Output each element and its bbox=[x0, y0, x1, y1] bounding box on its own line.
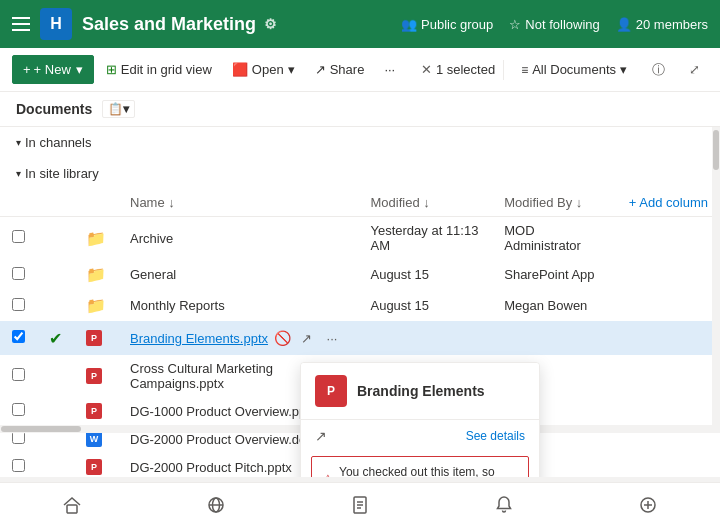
new-button[interactable]: + + New ▾ bbox=[12, 55, 94, 84]
info-button[interactable]: ⓘ bbox=[644, 56, 672, 84]
settings-icon[interactable]: ⚙ bbox=[264, 16, 277, 32]
command-bar-right: ✕ 1 selected ≡ All Documents ▾ ⓘ ⤢ bbox=[421, 56, 708, 84]
scrollbar-thumb-v[interactable] bbox=[713, 130, 719, 170]
row-modified: Yesterday at 11:13 AM bbox=[358, 217, 492, 260]
row-extra bbox=[617, 290, 720, 321]
add-col-header[interactable]: + Add column bbox=[617, 189, 720, 217]
pptx-icon: P bbox=[86, 459, 102, 475]
row-modified-by bbox=[492, 321, 617, 355]
warning-line: ⚠ You checked out this item, so others c… bbox=[322, 465, 518, 477]
info-icon: ⓘ bbox=[652, 61, 665, 79]
in-site-library-section[interactable]: ▾ In site library bbox=[0, 158, 720, 189]
row-checkbox[interactable] bbox=[0, 397, 37, 425]
add-column-btn[interactable]: + Add column bbox=[629, 195, 708, 210]
table-row[interactable]: 📁 Archive Yesterday at 11:13 AM MOD Admi… bbox=[0, 217, 720, 260]
row-extra bbox=[617, 321, 720, 355]
see-details-link[interactable]: See details bbox=[466, 429, 525, 443]
vertical-scrollbar[interactable] bbox=[712, 127, 720, 433]
copy-link-btn[interactable]: ↗ bbox=[295, 327, 317, 349]
inline-actions: 🚫 ↗ ··· bbox=[274, 327, 343, 349]
table-header-row: Name ↓ Modified ↓ Modified By ↓ + Add co… bbox=[0, 189, 720, 217]
open-button[interactable]: 🟥 Open ▾ bbox=[224, 56, 303, 83]
share-action-icon: ↗ bbox=[315, 428, 327, 444]
warning-text: You checked out this item, so others can… bbox=[339, 465, 518, 477]
folder-icon: 📁 bbox=[86, 266, 106, 283]
svg-rect-0 bbox=[67, 505, 77, 513]
chevron-down-icon-2: ▾ bbox=[16, 168, 21, 179]
row-status bbox=[37, 217, 74, 260]
share-icon: ↗ bbox=[315, 62, 326, 77]
file-name-link[interactable]: Branding Elements.pptx bbox=[130, 331, 268, 346]
edit-grid-button[interactable]: ⊞ Edit in grid view bbox=[98, 56, 220, 83]
popup-warning: ⚠ You checked out this item, so others c… bbox=[311, 456, 529, 477]
row-checkbox[interactable] bbox=[0, 217, 37, 260]
table-row-selected[interactable]: ✔ P Branding Elements.pptx 🚫 ↗ ··· bbox=[0, 321, 720, 355]
pptx-icon: P bbox=[86, 368, 102, 384]
row-name[interactable]: Archive bbox=[118, 217, 358, 260]
selected-badge: ✕ 1 selected bbox=[421, 62, 495, 77]
table-row[interactable]: 📁 Monthly Reports August 15 Megan Bowen bbox=[0, 290, 720, 321]
row-status bbox=[37, 290, 74, 321]
popup-pptx-icon: P bbox=[315, 375, 347, 407]
open-icon: 🟥 bbox=[232, 62, 248, 77]
row-name[interactable]: Monthly Reports bbox=[118, 290, 358, 321]
lines-icon: ≡ bbox=[521, 63, 528, 77]
nav-bell[interactable] bbox=[482, 483, 526, 527]
nav-add[interactable] bbox=[626, 483, 670, 527]
close-selection-icon[interactable]: ✕ bbox=[421, 62, 432, 77]
open-label: Open bbox=[252, 62, 284, 77]
following-btn[interactable]: ☆ Not following bbox=[509, 17, 599, 32]
type-col bbox=[74, 189, 118, 217]
nav-globe[interactable] bbox=[194, 483, 238, 527]
row-extra bbox=[617, 355, 720, 397]
expand-icon: ⤢ bbox=[689, 62, 700, 77]
nav-home[interactable] bbox=[50, 483, 94, 527]
row-modified: August 15 bbox=[358, 290, 492, 321]
app-icon: H bbox=[40, 8, 72, 40]
checkbox-col bbox=[0, 189, 37, 217]
expand-button[interactable]: ⤢ bbox=[680, 56, 708, 84]
share-button[interactable]: ↗ Share bbox=[307, 56, 373, 83]
share-label: Share bbox=[330, 62, 365, 77]
public-group-icon: 👥 bbox=[401, 17, 417, 32]
public-group-label: Public group bbox=[421, 17, 493, 32]
new-label: + New bbox=[34, 62, 71, 77]
row-extra bbox=[617, 397, 720, 425]
row-name[interactable]: General bbox=[118, 259, 358, 290]
members-btn[interactable]: 👤 20 members bbox=[616, 17, 708, 32]
public-group-btn[interactable]: 👥 Public group bbox=[401, 17, 493, 32]
following-label: Not following bbox=[525, 17, 599, 32]
row-checkbox[interactable] bbox=[0, 321, 37, 355]
hamburger-menu[interactable] bbox=[12, 17, 30, 31]
checkout-icon: ✔ bbox=[49, 330, 62, 347]
modified-by-sort-icon: ↓ bbox=[576, 195, 583, 210]
all-documents-dropdown[interactable]: ≡ All Documents ▾ bbox=[512, 57, 636, 82]
in-channels-section[interactable]: ▾ In channels bbox=[0, 127, 720, 158]
row-modified bbox=[358, 321, 492, 355]
nav-docs[interactable] bbox=[338, 483, 382, 527]
modified-by-col-label: Modified By bbox=[504, 195, 572, 210]
view-switcher[interactable]: 📋 ▾ bbox=[102, 100, 135, 118]
cancel-checkout-icon[interactable]: 🚫 bbox=[274, 330, 291, 346]
branding-popup: P Branding Elements ↗ See details ⚠ You … bbox=[300, 362, 540, 477]
row-checkbox[interactable] bbox=[0, 453, 37, 477]
popup-actions: ↗ See details bbox=[301, 420, 539, 452]
name-col-header[interactable]: Name ↓ bbox=[118, 189, 358, 217]
row-type-icon: P bbox=[74, 355, 118, 397]
scrollbar-thumb-h[interactable] bbox=[1, 426, 81, 432]
popup-header: P Branding Elements bbox=[301, 363, 539, 419]
modified-col-header[interactable]: Modified ↓ bbox=[358, 189, 492, 217]
table-row[interactable]: 📁 General August 15 SharePoint App bbox=[0, 259, 720, 290]
pptx-icon: P bbox=[86, 330, 102, 346]
plus-icon: + bbox=[23, 62, 31, 77]
modified-by-col-header[interactable]: Modified By ↓ bbox=[492, 189, 617, 217]
row-checkbox[interactable] bbox=[0, 355, 37, 397]
more-actions-btn[interactable]: ··· bbox=[321, 327, 343, 349]
breadcrumb-label[interactable]: Documents bbox=[16, 101, 92, 117]
row-modified-by: Megan Bowen bbox=[492, 290, 617, 321]
row-checkbox[interactable] bbox=[0, 259, 37, 290]
more-button[interactable]: ··· bbox=[376, 56, 403, 83]
row-name[interactable]: Branding Elements.pptx 🚫 ↗ ··· bbox=[118, 321, 358, 355]
row-status bbox=[37, 355, 74, 397]
row-checkbox[interactable] bbox=[0, 290, 37, 321]
